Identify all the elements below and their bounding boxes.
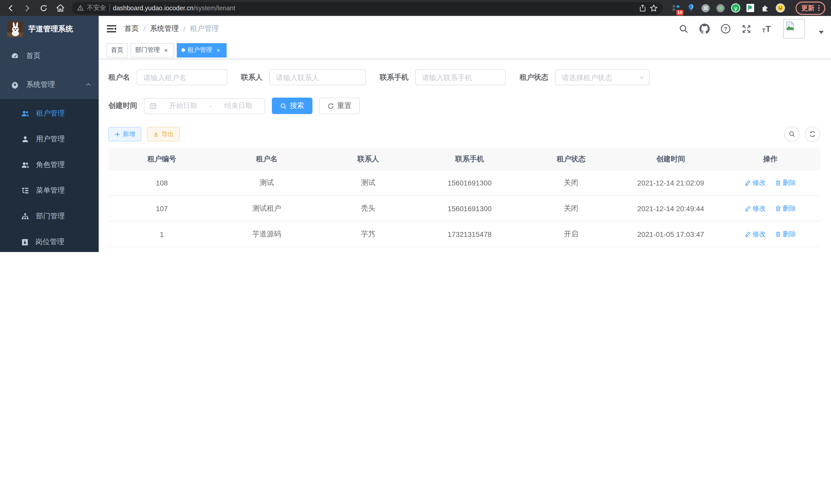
delete-link[interactable]: 删除	[775, 229, 796, 239]
reload-icon	[39, 4, 48, 12]
browser-reload-button[interactable]	[37, 1, 50, 14]
fullscreen-icon[interactable]	[742, 24, 751, 34]
sidebar-item-label: 部门管理	[36, 212, 91, 221]
browser-toolbar: 不安全 dashboard.yudao.iocoder.cn/system/te…	[0, 0, 831, 16]
menu-tree-icon	[21, 186, 29, 195]
edit-label: 修改	[752, 178, 766, 187]
cell-tenant-name: 测试	[215, 170, 319, 196]
sidebar-item-home[interactable]: 首页	[0, 41, 99, 70]
edit-label: 修改	[752, 204, 766, 213]
plus-icon	[115, 131, 120, 137]
breadcrumb-home[interactable]: 首页	[124, 24, 139, 33]
extension-recorder-icon[interactable]	[716, 3, 725, 12]
add-button[interactable]: 新增	[109, 127, 141, 141]
refresh-table-button[interactable]	[805, 126, 820, 142]
search-button[interactable]: 搜索	[272, 98, 312, 114]
sidebar-item-tenant-management[interactable]: 租户管理	[0, 101, 99, 126]
sidebar-item-label: 菜单管理	[36, 186, 91, 195]
browser-back-button[interactable]	[4, 1, 18, 14]
page-content: 租户名 联系人 联系手机 租户状态	[99, 59, 831, 252]
green-flag-icon	[746, 4, 754, 12]
extension-command-icon[interactable]: ⌘	[701, 3, 710, 12]
edit-link[interactable]: 修改	[745, 178, 766, 187]
extension-tabs-icon[interactable]: 10	[671, 3, 681, 12]
browser-home-button[interactable]	[53, 1, 67, 14]
contact-label: 联系人	[241, 73, 263, 82]
cell-phone: 15601691300	[418, 196, 521, 221]
tag-home[interactable]: 首页	[106, 43, 128, 57]
sidebar-collapse-icon[interactable]	[106, 23, 117, 34]
tag-dept-management[interactable]: 部门管理 ×	[131, 43, 174, 57]
edit-link[interactable]: 修改	[745, 204, 766, 213]
date-start-placeholder: 开始日期	[162, 101, 204, 111]
status-label: 租户状态	[520, 73, 548, 82]
omnibox-divider	[109, 4, 110, 11]
cell-tenant-id: 107	[109, 196, 215, 221]
edit-link[interactable]: 修改	[745, 229, 766, 239]
cell-contact: 秃头	[318, 196, 418, 221]
browser-menu-icon[interactable]	[818, 5, 820, 11]
update-label: 更新	[801, 3, 814, 12]
header-actions: ? TT	[679, 19, 824, 38]
help-icon[interactable]: ?	[720, 24, 731, 34]
breadcrumb: 首页 / 系统管理 / 租户管理	[124, 24, 219, 33]
date-range-picker[interactable]: 开始日期 - 结束日期	[144, 98, 265, 114]
extension-flag-icon[interactable]	[746, 3, 755, 12]
phone-input[interactable]	[415, 69, 506, 85]
sidebar-item-system[interactable]: 系统管理	[0, 70, 99, 99]
green-dot-circle-icon	[716, 3, 725, 12]
export-button[interactable]: 导出	[147, 127, 180, 141]
avatar-dropdown-caret[interactable]	[819, 31, 824, 34]
font-size-icon[interactable]: TT	[762, 24, 771, 33]
sidebar-item-role-management[interactable]: 角色管理	[0, 152, 99, 178]
edit-pencil-icon	[745, 180, 751, 186]
reset-button[interactable]: 重置	[319, 98, 360, 114]
bookmark-star-icon[interactable]	[650, 4, 658, 12]
browser-forward-button[interactable]	[21, 1, 34, 14]
delete-link[interactable]: 删除	[775, 178, 796, 187]
breadcrumb-system[interactable]: 系统管理	[150, 24, 179, 33]
search-icon[interactable]	[679, 24, 689, 34]
extension-yuque-icon[interactable]: y	[731, 3, 740, 12]
extension-puzzle-icon[interactable]	[761, 3, 770, 12]
column-header-status: 租户状态	[521, 148, 621, 170]
sidebar-item-post-management[interactable]: 岗位管理	[0, 229, 99, 252]
extension-balloon-icon[interactable]	[686, 3, 695, 12]
created-time-label: 创建时间	[109, 101, 137, 111]
sidebar-item-menu-management[interactable]: 菜单管理	[0, 178, 99, 203]
svg-text:?: ?	[724, 26, 727, 32]
close-icon[interactable]: ×	[163, 47, 170, 54]
tag-tenant-management[interactable]: 租户管理 ×	[177, 43, 227, 57]
sidebar-item-dept-management[interactable]: 部门管理	[0, 203, 99, 229]
column-header-contact: 联系人	[318, 148, 418, 170]
close-icon[interactable]: ×	[215, 47, 222, 54]
forward-arrow-icon	[23, 4, 31, 12]
cell-status: 开启	[521, 221, 621, 247]
cell-tenant-id: 108	[109, 170, 215, 196]
browser-update-button[interactable]: 更新	[796, 1, 825, 14]
download-icon	[153, 131, 159, 137]
cell-tenant-id: 1	[109, 221, 215, 247]
tenant-name-input[interactable]	[137, 69, 227, 85]
url-text[interactable]: dashboard.yudao.iocoder.cn/system/tenant	[113, 4, 235, 11]
refresh-icon	[327, 102, 334, 109]
delete-link[interactable]: 删除	[775, 204, 796, 213]
user-avatar[interactable]	[783, 19, 805, 38]
trash-icon	[775, 205, 781, 211]
trash-icon	[775, 231, 781, 237]
sidebar-logo[interactable]: 芋道管理系统	[0, 16, 99, 41]
github-icon[interactable]	[699, 24, 710, 34]
status-select[interactable]	[555, 69, 650, 85]
share-icon[interactable]	[639, 4, 647, 12]
edit-pencil-icon	[745, 231, 751, 237]
sidebar-item-user-management[interactable]: 用户管理	[0, 126, 99, 152]
extension-profile-avatar[interactable]	[775, 3, 785, 12]
security-label[interactable]: 不安全	[87, 4, 106, 12]
show-search-toggle-button[interactable]	[784, 126, 800, 142]
user-icon	[21, 135, 29, 143]
extension-badge: 10	[676, 9, 684, 15]
address-bar[interactable]: 不安全 dashboard.yudao.iocoder.cn/system/te…	[72, 2, 663, 14]
column-header-actions: 操作	[720, 148, 820, 170]
contact-input[interactable]	[269, 69, 366, 85]
balloon-icon	[687, 4, 694, 12]
